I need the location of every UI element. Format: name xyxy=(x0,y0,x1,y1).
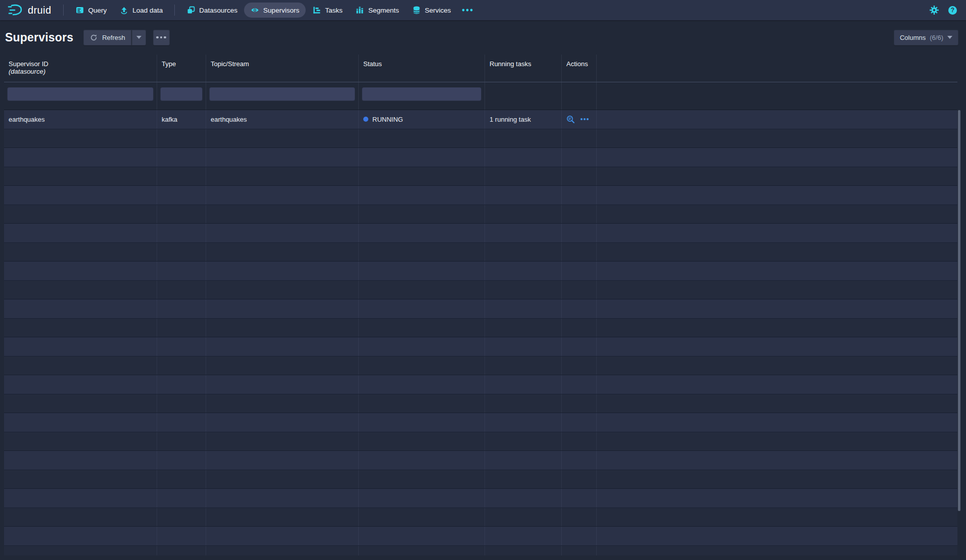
more-actions-icon[interactable] xyxy=(580,118,589,121)
vertical-scrollbar[interactable] xyxy=(958,110,960,511)
column-header-sublabel: (datasource) xyxy=(9,68,152,75)
more-options-button[interactable] xyxy=(153,30,170,45)
druid-logo[interactable]: druid xyxy=(7,4,51,17)
table-row-empty xyxy=(4,489,957,508)
cell-empty xyxy=(485,470,562,489)
table-row-empty xyxy=(4,413,957,432)
cell-empty xyxy=(157,337,206,356)
cell-empty xyxy=(597,508,957,527)
cell-empty xyxy=(4,357,157,375)
cell-empty xyxy=(206,451,359,470)
cell-empty xyxy=(597,413,957,432)
column-header-supervisor-id[interactable]: Supervisor ID (datasource) xyxy=(4,55,157,82)
cell-empty xyxy=(4,432,157,451)
cell-empty xyxy=(206,167,359,186)
cell-empty xyxy=(4,375,157,394)
settings-gear-icon[interactable] xyxy=(929,5,939,15)
cell-empty xyxy=(4,451,157,470)
cell-empty xyxy=(562,337,597,356)
nav-tab-tasks[interactable]: Tasks xyxy=(306,3,349,18)
cell-empty xyxy=(157,394,206,413)
refresh-button[interactable]: Refresh xyxy=(83,30,131,45)
status-filter-input[interactable] xyxy=(362,87,481,101)
cell-empty xyxy=(485,186,562,205)
cell-empty xyxy=(359,148,485,167)
ellipsis-icon xyxy=(156,36,166,39)
cell-empty xyxy=(597,167,957,186)
filter-cell xyxy=(485,82,562,110)
nav-tab-load-data[interactable]: Load data xyxy=(113,3,169,18)
cell-empty xyxy=(4,489,157,507)
column-header-type[interactable]: Type xyxy=(157,55,206,82)
database-icon xyxy=(412,6,421,15)
cell-empty xyxy=(485,413,562,432)
help-icon[interactable]: ? xyxy=(948,6,957,15)
cell-empty xyxy=(562,394,597,413)
cell-empty xyxy=(562,224,597,242)
type-filter-input[interactable] xyxy=(160,87,203,101)
table-row-empty xyxy=(4,148,957,167)
table-row-earthquakes[interactable]: earthquakes kafka earthquakes RUNNING 1 … xyxy=(4,110,957,129)
nav-tab-query[interactable]: Query xyxy=(69,3,113,18)
supervisor-id-filter-input[interactable] xyxy=(7,87,154,101)
topic-stream-filter-input[interactable] xyxy=(209,87,355,101)
table-row-empty xyxy=(4,357,957,376)
nav-tab-services[interactable]: Services xyxy=(406,3,458,18)
cell-empty xyxy=(157,186,206,205)
eye-icon xyxy=(251,6,259,15)
column-header-topic-stream[interactable]: Topic/Stream xyxy=(206,55,359,82)
table-body: earthquakes kafka earthquakes RUNNING 1 … xyxy=(4,110,957,555)
cell-empty xyxy=(562,129,597,148)
column-header-actions[interactable]: Actions xyxy=(562,55,597,82)
cell-empty xyxy=(597,319,957,337)
cell-empty xyxy=(359,432,485,451)
cell-empty xyxy=(359,375,485,394)
cell-filler xyxy=(597,110,957,129)
cell-empty xyxy=(4,224,157,242)
cell-empty xyxy=(562,148,597,167)
cell-supervisor-id[interactable]: earthquakes xyxy=(4,110,157,129)
nav-tab-segments[interactable]: Segments xyxy=(349,3,406,18)
cell-empty xyxy=(562,357,597,375)
brand-wordmark: druid xyxy=(28,5,51,16)
cell-empty xyxy=(206,470,359,489)
columns-button[interactable]: Columns (6/6) xyxy=(894,30,958,45)
cell-empty xyxy=(597,470,957,489)
nav-tab-supervisors[interactable]: Supervisors xyxy=(244,3,306,18)
cell-empty xyxy=(157,224,206,242)
table-row-empty xyxy=(4,337,957,357)
cell-empty xyxy=(206,432,359,451)
cell-empty xyxy=(597,375,957,394)
status-running-dot-icon xyxy=(363,117,368,122)
cell-empty xyxy=(4,319,157,337)
bar-chart-icon xyxy=(356,6,364,15)
cell-empty xyxy=(485,451,562,470)
nav-tab-label: Segments xyxy=(368,7,399,14)
nav-tab-datasources[interactable]: Datasources xyxy=(180,3,244,18)
table-row-empty xyxy=(4,470,957,489)
cell-empty xyxy=(359,319,485,337)
cell-empty xyxy=(157,281,206,299)
column-header-status[interactable]: Status xyxy=(359,55,485,82)
cell-empty xyxy=(359,262,485,280)
cell-empty xyxy=(562,281,597,299)
cell-empty xyxy=(562,205,597,224)
nav-more-button[interactable] xyxy=(457,3,477,18)
columns-count: (6/6) xyxy=(930,34,943,41)
cell-empty xyxy=(157,299,206,318)
column-header-running-tasks[interactable]: Running tasks xyxy=(485,55,562,82)
cell-empty xyxy=(359,129,485,148)
cell-empty xyxy=(4,167,157,186)
cell-empty xyxy=(206,337,359,356)
cell-empty xyxy=(485,167,562,186)
cell-empty xyxy=(206,394,359,413)
nav-divider xyxy=(174,5,175,16)
cell-empty xyxy=(562,508,597,527)
cell-empty xyxy=(485,129,562,148)
magnifier-detail-icon[interactable] xyxy=(566,115,575,124)
cell-empty xyxy=(206,489,359,507)
cell-empty xyxy=(597,299,957,318)
cell-empty xyxy=(359,508,485,527)
refresh-interval-dropdown-button[interactable] xyxy=(131,30,146,45)
table-row-empty xyxy=(4,243,957,262)
